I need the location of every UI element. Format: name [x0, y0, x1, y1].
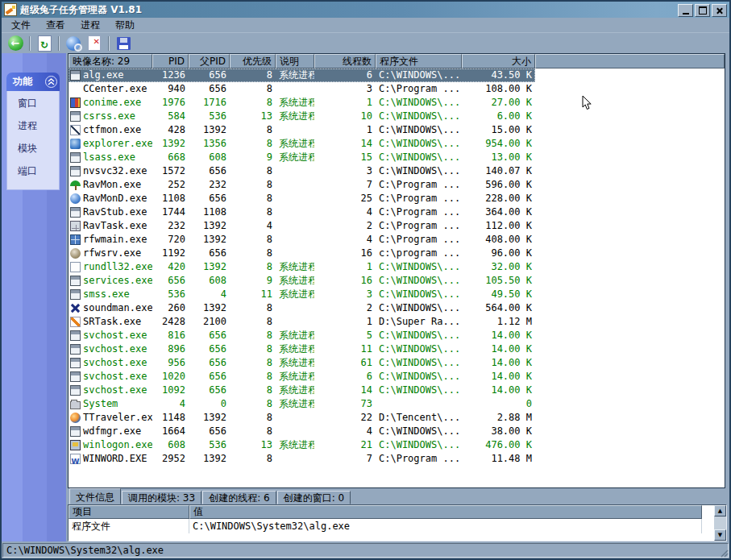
- process-size: 408.00 K: [462, 233, 535, 247]
- tab-0[interactable]: 文件信息: [69, 488, 121, 504]
- process-parent-pid: 656: [189, 329, 230, 342]
- process-row[interactable]: winlogon.exe60853613系统进程21C:\WINDOWS\...…: [69, 438, 535, 452]
- process-size: 14.00 K: [462, 370, 535, 384]
- process-row[interactable]: alg.exe12366568系统进程6C:\WINDOWS\...43.50 …: [69, 68, 535, 82]
- info-scrollbar[interactable]: ▲ ▼: [714, 505, 726, 541]
- process-parent-pid: 656: [189, 82, 230, 96]
- process-size: 27.00 K: [462, 96, 535, 110]
- process-row[interactable]: RavMonD.exe1108656825C:\Program ...228.0…: [69, 192, 535, 205]
- process-parent-pid: 656: [189, 247, 230, 260]
- menu-item-0[interactable]: 文件: [6, 18, 35, 32]
- process-row[interactable]: wdfmgr.exe166465684C:\WINDOWS\...38.00 K: [69, 425, 535, 438]
- process-pid: 2428: [152, 315, 189, 329]
- process-row[interactable]: conime.exe197617168系统进程1C:\WINDOWS\...27…: [69, 96, 535, 110]
- process-pid: 2952: [152, 452, 189, 466]
- process-row[interactable]: RavStub.exe1744110884C:\Program ...364.0…: [69, 205, 535, 219]
- process-priority: 11: [230, 288, 276, 301]
- collapse-button[interactable]: [45, 76, 57, 88]
- process-row[interactable]: svchost.exe10206568系统进程6C:\WINDOWS\...14…: [69, 370, 535, 384]
- sidebar-item-2[interactable]: 模块: [7, 136, 59, 159]
- process-row[interactable]: svchost.exe8166568系统进程5C:\WINDOWS\...14.…: [69, 329, 535, 342]
- column-header-4[interactable]: 说明: [276, 54, 314, 68]
- process-row[interactable]: rfwmain.exe720139284C:\Program ...408.00…: [69, 233, 535, 247]
- process-thread-count: 3: [314, 288, 376, 301]
- details-tabs: 文件信息调用的模块: 33创建的线程: 6创建的窗口: 0: [68, 488, 727, 504]
- process-size: 0: [462, 397, 535, 411]
- column-header-0[interactable]: 映像名称: 29: [69, 54, 152, 68]
- resize-grip[interactable]: [719, 548, 729, 558]
- process-program-file: C:\WINDOWS\...: [376, 342, 462, 356]
- process-thread-count: 1: [314, 260, 376, 274]
- info-column-header-0[interactable]: 项目: [69, 505, 189, 519]
- kill-process-button[interactable]: [84, 35, 105, 52]
- process-row[interactable]: RavMon.exe25223287C:\Program ...596.00 K: [69, 178, 535, 192]
- process-row[interactable]: svchost.exe9566568系统进程61C:\WINDOWS\...14…: [69, 356, 535, 370]
- column-header-3[interactable]: 优先级: [230, 54, 276, 68]
- info-row[interactable]: 程序文件C:\WINDOWS\System32\alg.exe: [69, 519, 726, 533]
- process-pid: 668: [152, 151, 189, 164]
- maximize-button[interactable]: [695, 4, 710, 17]
- process-parent-pid: 1392: [189, 260, 230, 274]
- process-priority: 8: [230, 96, 276, 110]
- menu-item-3[interactable]: 帮助: [110, 18, 139, 32]
- process-thread-count: 6: [314, 370, 376, 384]
- process-row[interactable]: svchost.exe10926568系统进程14C:\WINDOWS\...1…: [69, 384, 535, 397]
- column-header-5[interactable]: 线程数: [314, 54, 376, 68]
- minimize-button[interactable]: [678, 4, 693, 17]
- process-priority: 8: [230, 178, 276, 192]
- tab-3[interactable]: 创建的窗口: 0: [277, 491, 351, 504]
- process-name: svchost.exe: [83, 329, 147, 342]
- process-priority: 8: [230, 370, 276, 384]
- search-button[interactable]: [63, 35, 84, 52]
- column-header-2[interactable]: 父PID: [189, 54, 230, 68]
- process-row[interactable]: csrss.exe58453613系统进程10C:\WINDOWS\...6.0…: [69, 110, 535, 123]
- process-row[interactable]: WINWORD.EXE2952139287C:\Program ...11.48…: [69, 452, 535, 466]
- process-pid: 536: [152, 288, 189, 301]
- process-name: soundman.exe: [83, 301, 152, 315]
- scroll-down-icon[interactable]: ▼: [714, 529, 726, 541]
- info-column-header-1[interactable]: 值: [189, 505, 702, 519]
- process-row[interactable]: SRTask.exe2428210081D:\Super Ra...1.12 M: [69, 315, 535, 329]
- process-row[interactable]: ctfmon.exe428139281C:\WINDOWS\...15.00 K: [69, 123, 535, 137]
- sidebar-item-3[interactable]: 端口: [7, 159, 59, 181]
- process-size: 38.00 K: [462, 425, 535, 438]
- refresh-button[interactable]: [34, 35, 55, 52]
- process-row[interactable]: RavTask.exe232139242C:\Program ...112.00…: [69, 219, 535, 233]
- process-priority: 8: [230, 397, 276, 411]
- menu-item-1[interactable]: 查看: [41, 18, 70, 32]
- process-row[interactable]: lsass.exe6686089系统进程15C:\WINDOWS\...13.0…: [69, 151, 535, 164]
- back-button[interactable]: [5, 35, 26, 52]
- column-header-1[interactable]: PID: [152, 54, 189, 68]
- process-parent-pid: 608: [189, 274, 230, 288]
- menu-item-2[interactable]: 进程: [76, 18, 105, 32]
- process-row[interactable]: rundll32.exe42013928系统进程1C:\WINDOWS\...3…: [69, 260, 535, 274]
- tab-2[interactable]: 创建的线程: 6: [202, 491, 276, 504]
- sidebar-item-0[interactable]: 窗口: [7, 91, 59, 114]
- process-pid: 956: [152, 356, 189, 370]
- process-row[interactable]: services.exe6566089系统进程16C:\WINDOWS\...1…: [69, 274, 535, 288]
- process-row[interactable]: TTraveler.exe11481392822D:\Tencent\...2.…: [69, 411, 535, 425]
- process-row[interactable]: svchost.exe8966568系统进程11C:\WINDOWS\...14…: [69, 342, 535, 356]
- process-description: [276, 411, 314, 425]
- tab-1[interactable]: 调用的模块: 33: [122, 491, 201, 504]
- process-description: 系统进程: [276, 137, 314, 151]
- process-name: RavStub.exe: [83, 205, 147, 219]
- process-row[interactable]: nvsvc32.exe157265683C:\WINDOWS\...140.07…: [69, 164, 535, 178]
- sidebar-item-1[interactable]: 进程: [7, 114, 59, 136]
- column-header-6[interactable]: 程序文件: [376, 54, 462, 68]
- process-row[interactable]: soundman.exe260139282C:\WINDOWS\...564.0…: [69, 301, 535, 315]
- save-button[interactable]: [113, 35, 134, 52]
- close-button[interactable]: [712, 4, 727, 17]
- process-row[interactable]: rfwsrv.exe1192656816c:\program ...96.00 …: [69, 247, 535, 260]
- process-row[interactable]: smss.exe536411系统进程3C:\WINDOWS\...49.50 K: [69, 288, 535, 301]
- process-row[interactable]: explorer.exe139213568系统进程14C:\WINDOWS\..…: [69, 137, 535, 151]
- process-name: wdfmgr.exe: [83, 425, 141, 438]
- process-priority: 8: [230, 315, 276, 329]
- column-header-7[interactable]: 大小: [462, 54, 535, 68]
- process-program-file: C:\Program ...: [376, 178, 462, 192]
- process-row[interactable]: CCenter.exe94065683C:\Program ...108.00 …: [69, 82, 535, 96]
- function-panel-header[interactable]: 功能: [6, 73, 60, 91]
- process-row[interactable]: System408系统进程730: [69, 397, 535, 411]
- scroll-up-icon[interactable]: ▲: [714, 505, 726, 516]
- process-thread-count: 61: [314, 356, 376, 370]
